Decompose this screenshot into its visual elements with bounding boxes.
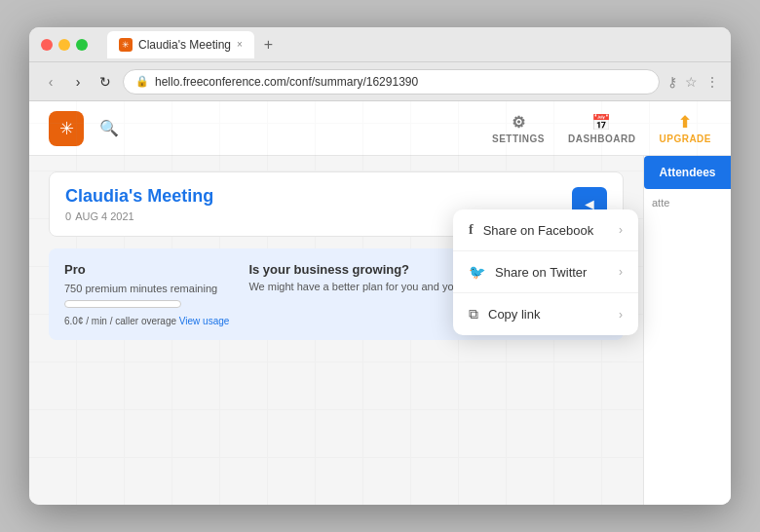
copy-icon: ⧉ — [469, 306, 478, 323]
sidebar-partial-text: atte — [652, 197, 669, 209]
close-window-button[interactable] — [41, 39, 53, 51]
share-twitter-left: 🐦 Share on Twitter — [469, 264, 587, 280]
url-bar[interactable]: 🔒 hello.freeconference.com/conf/summary/… — [123, 69, 660, 95]
tab-title: Claudia's Meeting — [138, 38, 231, 52]
view-usage-link[interactable]: View usage — [179, 316, 230, 326]
copy-link-label: Copy link — [488, 307, 540, 322]
header-right: ⚙ SETTINGS 📅 DASHBOARD ⬆ UPGRADE — [492, 113, 711, 144]
active-tab[interactable]: Claudia's Meeting × — [107, 31, 254, 58]
forward-button[interactable]: › — [68, 74, 88, 90]
browser-window: Claudia's Meeting × + ‹ › ↻ 🔒 hello.free… — [29, 27, 731, 505]
settings-label: SETTINGS — [492, 133, 545, 144]
progress-bar — [64, 300, 181, 308]
upgrade-label: UPGRADE — [659, 133, 711, 144]
tab-favicon-icon — [119, 38, 133, 52]
address-bar: ‹ › ↻ 🔒 hello.freeconference.com/conf/su… — [29, 62, 731, 101]
meeting-date: AUG 4 2021 — [75, 210, 134, 222]
share-twitter-label: Share on Twitter — [495, 265, 587, 280]
pro-rate: 6.0¢ / min / caller overage View usage — [64, 316, 229, 326]
star-icon[interactable]: ☆ — [685, 74, 698, 90]
tab-bar: Claudia's Meeting × + — [107, 31, 277, 58]
dashboard-label: DASHBOARD — [568, 133, 636, 144]
maximize-window-button[interactable] — [76, 39, 88, 51]
copy-link-item[interactable]: ⧉ Copy link › — [453, 293, 638, 335]
copy-chevron-icon: › — [619, 308, 623, 322]
refresh-button[interactable]: ↻ — [95, 74, 115, 90]
browser-actions: ⚷ ☆ ⋮ — [667, 74, 719, 90]
back-button[interactable]: ‹ — [41, 74, 60, 90]
key-icon: ⚷ — [667, 74, 677, 90]
pro-rate-text: 6.0¢ / min / caller overage — [64, 316, 176, 326]
meeting-date-prefix: 0 — [65, 210, 71, 222]
url-text: hello.freeconference.com/conf/summary/16… — [155, 75, 418, 89]
app-header: ✳ 🔍 ⚙ SETTINGS 📅 DASHBOARD ⬆ UPGRADE — [29, 101, 731, 156]
settings-nav-item[interactable]: ⚙ SETTINGS — [492, 113, 545, 144]
pro-badge: Pro — [64, 262, 229, 277]
traffic-lights — [41, 39, 88, 51]
meeting-title: Claudia's Meeting — [65, 186, 213, 207]
search-button[interactable]: 🔍 — [99, 119, 119, 137]
app-logo: ✳ — [49, 111, 84, 146]
sidebar-content: atte — [644, 189, 731, 216]
dashboard-icon: 📅 — [591, 113, 612, 132]
facebook-icon: f — [469, 222, 474, 238]
share-facebook-label: Share on Facebook — [483, 223, 593, 238]
dashboard-nav-item[interactable]: 📅 DASHBOARD — [568, 113, 636, 144]
attendees-tab[interactable]: Attendees — [644, 156, 731, 189]
meeting-info: Claudia's Meeting 0 AUG 4 2021 — [65, 186, 213, 222]
page-content: ✳ 🔍 ⚙ SETTINGS 📅 DASHBOARD ⬆ UPGRADE — [29, 101, 731, 505]
share-twitter-item[interactable]: 🐦 Share on Twitter › — [453, 251, 638, 293]
tab-close-button[interactable]: × — [237, 39, 243, 50]
lock-icon: 🔒 — [135, 75, 149, 88]
main-area: Claudia's Meeting 0 AUG 4 2021 ◄ Pro 7 — [29, 156, 731, 505]
share-facebook-item[interactable]: f Share on Facebook › — [453, 209, 638, 251]
sidebar: Attendees atte — [643, 156, 731, 505]
new-tab-button[interactable]: + — [260, 34, 277, 56]
pro-left: Pro 750 premium minutes remaining 6.0¢ /… — [64, 262, 229, 326]
title-bar: Claudia's Meeting × + — [29, 27, 731, 62]
share-facebook-left: f Share on Facebook — [469, 222, 593, 238]
copy-link-left: ⧉ Copy link — [469, 306, 540, 323]
upgrade-nav-item[interactable]: ⬆ UPGRADE — [659, 113, 711, 144]
pro-minutes: 750 premium minutes remaining — [64, 283, 229, 294]
share-dropdown: f Share on Facebook › 🐦 Share on Twitter… — [453, 209, 638, 335]
twitter-chevron-icon: › — [619, 265, 623, 279]
twitter-icon: 🐦 — [469, 264, 485, 280]
settings-icon: ⚙ — [512, 113, 526, 132]
minimize-window-button[interactable] — [58, 39, 70, 51]
facebook-chevron-icon: › — [619, 223, 623, 237]
extensions-icon[interactable]: ⋮ — [705, 74, 719, 90]
meeting-meta: 0 AUG 4 2021 — [65, 210, 213, 222]
upgrade-icon: ⬆ — [678, 113, 692, 132]
